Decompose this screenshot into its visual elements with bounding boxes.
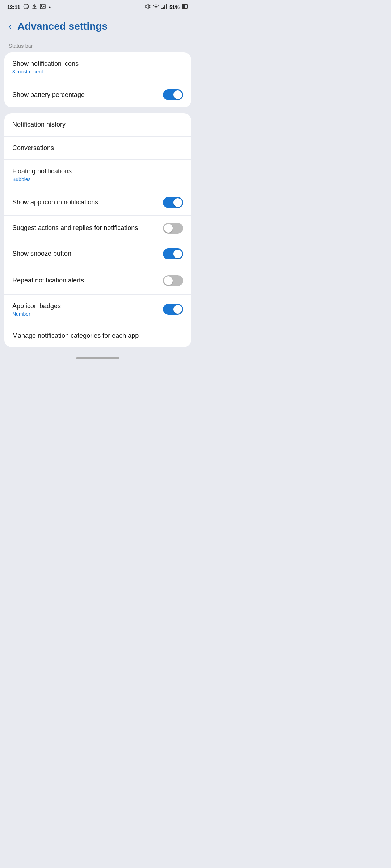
battery-percent: 51% <box>169 4 180 10</box>
back-button[interactable]: ‹ <box>6 20 14 33</box>
svg-rect-13 <box>164 5 165 9</box>
section-label-status-bar: Status bar <box>0 39 196 51</box>
dot-icon: • <box>49 4 51 10</box>
upload-icon <box>32 4 37 10</box>
setting-title: Show snooze button <box>12 250 163 258</box>
setting-show-snooze[interactable]: Show snooze button <box>4 241 191 267</box>
wifi-icon <box>153 4 159 10</box>
divider <box>157 274 157 287</box>
setting-subtitle: Bubbles <box>12 176 183 182</box>
svg-rect-14 <box>166 4 167 9</box>
setting-title: Repeat notification alerts <box>12 276 157 285</box>
setting-title: Show app icon in notifications <box>12 198 163 207</box>
setting-title: Floating notifications <box>12 167 183 175</box>
battery-icon <box>182 4 188 10</box>
setting-suggest-actions[interactable]: Suggest actions and replies for notifica… <box>4 216 191 241</box>
mute-icon <box>145 4 151 10</box>
svg-rect-16 <box>188 6 188 8</box>
divider <box>157 303 157 316</box>
setting-repeat-alerts[interactable]: Repeat notification alerts <box>4 267 191 295</box>
scroll-indicator <box>0 353 196 363</box>
setting-manage-categories[interactable]: Manage notification categories for each … <box>4 324 191 347</box>
setting-title: Show battery percentage <box>12 91 163 99</box>
toggle-snooze[interactable] <box>163 248 183 259</box>
header: ‹ Advanced settings <box>0 13 196 39</box>
setting-notification-history[interactable]: Notification history <box>4 113 191 136</box>
setting-title: Suggest actions and replies for notifica… <box>12 224 163 232</box>
card-notifications: Notification history Conversations Float… <box>4 113 191 347</box>
setting-title: Show notification icons <box>12 60 183 68</box>
svg-point-10 <box>156 9 156 9</box>
signal-icon <box>161 4 167 10</box>
setting-show-app-icon[interactable]: Show app icon in notifications <box>4 190 191 216</box>
setting-title: App icon badges <box>12 302 157 310</box>
image-icon <box>40 4 46 10</box>
page-title: Advanced settings <box>17 21 108 32</box>
setting-subtitle: Number <box>12 311 157 317</box>
svg-marker-7 <box>146 4 148 9</box>
setting-show-battery-percentage[interactable]: Show battery percentage <box>4 82 191 107</box>
setting-title: Notification history <box>12 120 183 129</box>
setting-title: Manage notification categories for each … <box>12 332 183 340</box>
toggle-repeat-alerts[interactable] <box>163 275 183 286</box>
status-bar: 12:11 • <box>0 0 196 13</box>
svg-rect-11 <box>161 8 163 9</box>
status-bar-right: 51% <box>145 4 188 10</box>
toggle-app-icon[interactable] <box>163 197 183 208</box>
status-bar-left: 12:11 • <box>7 4 51 10</box>
svg-rect-17 <box>182 5 185 8</box>
setting-title: Conversations <box>12 144 183 152</box>
setting-show-notification-icons[interactable]: Show notification icons 3 most recent <box>4 52 191 82</box>
setting-app-icon-badges[interactable]: App icon badges Number <box>4 295 191 324</box>
svg-line-2 <box>26 7 27 8</box>
toggle-app-badges[interactable] <box>163 304 183 315</box>
toggle-suggest-actions[interactable] <box>163 223 183 234</box>
svg-rect-12 <box>163 7 164 9</box>
setting-floating-notifications[interactable]: Floating notifications Bubbles <box>4 160 191 190</box>
setting-conversations[interactable]: Conversations <box>4 137 191 160</box>
card-status-bar: Show notification icons 3 most recent Sh… <box>4 52 191 107</box>
clock-icon <box>23 4 29 10</box>
setting-subtitle: 3 most recent <box>12 69 183 75</box>
scroll-bar <box>76 357 119 359</box>
toggle-battery-percentage[interactable] <box>163 89 183 100</box>
status-time: 12:11 <box>7 4 20 10</box>
